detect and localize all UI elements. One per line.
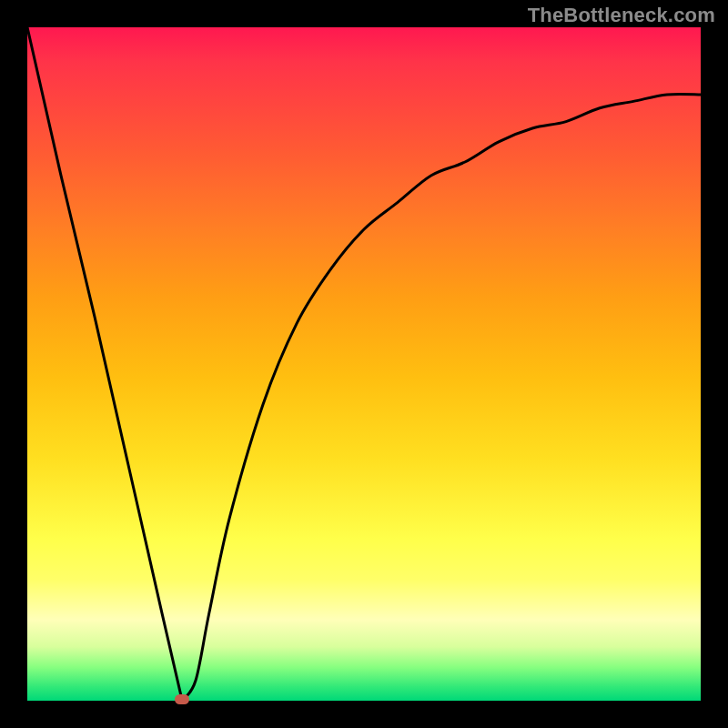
chart-frame: TheBottleneck.com: [0, 0, 728, 728]
plot-area: [27, 27, 701, 701]
curve-path: [27, 27, 701, 701]
watermark-text: TheBottleneck.com: [528, 4, 715, 27]
bottleneck-curve: [27, 27, 701, 701]
optimal-point-marker: [175, 694, 189, 704]
